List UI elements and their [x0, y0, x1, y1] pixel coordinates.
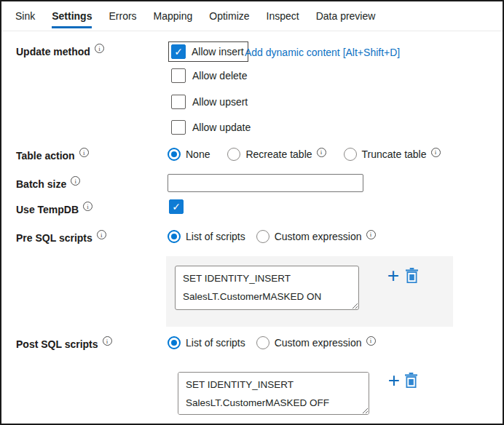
allow-update-checkbox[interactable] [171, 120, 186, 135]
allow-delete-label: Allow delete [192, 70, 248, 82]
tab-bar: Sink Settings Errors Mapping Optimize In… [1, 1, 503, 31]
allow-insert-checkbox[interactable]: ✓ [171, 44, 186, 59]
table-action-radio-group: None Recreate table i Truncate table i [168, 148, 441, 161]
pre-sql-list-label: List of scripts [186, 231, 245, 242]
allow-upsert-checkbox[interactable] [171, 95, 186, 109]
allow-delete-option: Allow delete [171, 68, 248, 83]
sink-settings-panel: Sink Settings Errors Mapping Optimize In… [0, 0, 504, 425]
info-icon[interactable]: i [83, 202, 92, 211]
table-action-truncate-label: Truncate table [362, 148, 427, 160]
post-sql-script-textarea[interactable]: SET IDENTITY_INSERT SalesLT.CustomerMASK… [178, 372, 369, 415]
info-icon[interactable]: i [431, 148, 441, 157]
pre-sql-list-option: List of scripts [168, 230, 245, 243]
update-method-label: Update method i [16, 46, 104, 57]
allow-delete-checkbox[interactable] [171, 68, 186, 83]
tab-inspect[interactable]: Inspect [267, 1, 299, 31]
add-script-icon[interactable]: + [386, 371, 402, 390]
table-action-none-radio[interactable] [168, 148, 181, 161]
info-icon[interactable]: i [71, 176, 80, 186]
post-sql-list-label: List of scripts [186, 337, 245, 349]
info-icon[interactable]: i [95, 44, 104, 53]
table-action-recreate-option: Recreate table i [227, 148, 326, 161]
add-dynamic-content-link[interactable]: Add dynamic content [Alt+Shift+D] [245, 47, 400, 58]
table-action-recreate-radio[interactable] [227, 148, 240, 161]
table-action-recreate-label: Recreate table [245, 148, 312, 160]
pre-sql-custom-label: Custom expression [275, 231, 362, 242]
allow-upsert-label: Allow upsert [192, 96, 248, 108]
allow-upsert-option: Allow upsert [171, 95, 248, 109]
tab-sink[interactable]: Sink [15, 1, 35, 31]
batch-size-label: Batch size i [16, 178, 80, 190]
table-action-none-option: None [168, 148, 210, 161]
table-action-truncate-option: Truncate table i [344, 148, 441, 161]
post-sql-mode-radio-group: List of scripts Custom expression i [168, 336, 376, 349]
post-sql-custom-radio[interactable] [256, 336, 269, 349]
tab-mapping[interactable]: Mapping [154, 1, 193, 31]
tab-optimize[interactable]: Optimize [209, 1, 249, 31]
tab-data-preview[interactable]: Data preview [316, 1, 376, 31]
pre-sql-custom-option: Custom expression i [256, 230, 376, 243]
delete-icon[interactable] [404, 373, 418, 388]
info-icon[interactable]: i [79, 148, 89, 157]
pre-sql-scripts-label: Pre SQL scripts i [16, 232, 106, 244]
info-icon[interactable]: i [366, 230, 376, 239]
info-icon[interactable]: i [103, 336, 112, 346]
post-sql-custom-label: Custom expression [275, 337, 362, 349]
allow-update-option: Allow update [171, 120, 251, 135]
post-sql-list-radio[interactable] [168, 336, 181, 349]
info-icon[interactable]: i [317, 148, 326, 157]
table-action-truncate-radio[interactable] [344, 148, 357, 161]
add-script-icon[interactable]: + [385, 266, 401, 285]
pre-sql-custom-radio[interactable] [256, 230, 269, 243]
pre-sql-mode-radio-group: List of scripts Custom expression i [168, 230, 376, 243]
post-sql-list-option: List of scripts [168, 336, 245, 349]
use-tempdb-label: Use TempDB i [16, 204, 92, 215]
batch-size-input[interactable] [168, 174, 363, 192]
allow-insert-label: Allow insert [192, 46, 244, 57]
info-icon[interactable]: i [366, 336, 376, 346]
use-tempdb-checkbox[interactable]: ✓ [169, 199, 184, 214]
allow-update-label: Allow update [192, 122, 251, 133]
table-action-none-label: None [186, 148, 210, 160]
info-icon[interactable]: i [97, 230, 106, 239]
allow-insert-option: ✓ Allow insert [168, 41, 248, 62]
post-sql-scripts-label: Post SQL scripts i [16, 338, 112, 350]
post-sql-custom-option: Custom expression i [256, 336, 376, 349]
table-action-label: Table action i [16, 150, 89, 162]
tab-settings[interactable]: Settings [52, 1, 92, 31]
tab-errors[interactable]: Errors [109, 1, 136, 31]
pre-sql-list-radio[interactable] [168, 230, 181, 243]
delete-icon[interactable] [405, 268, 419, 283]
pre-sql-script-textarea[interactable]: SET IDENTITY_INSERT SalesLT.CustomerMASK… [175, 266, 359, 310]
